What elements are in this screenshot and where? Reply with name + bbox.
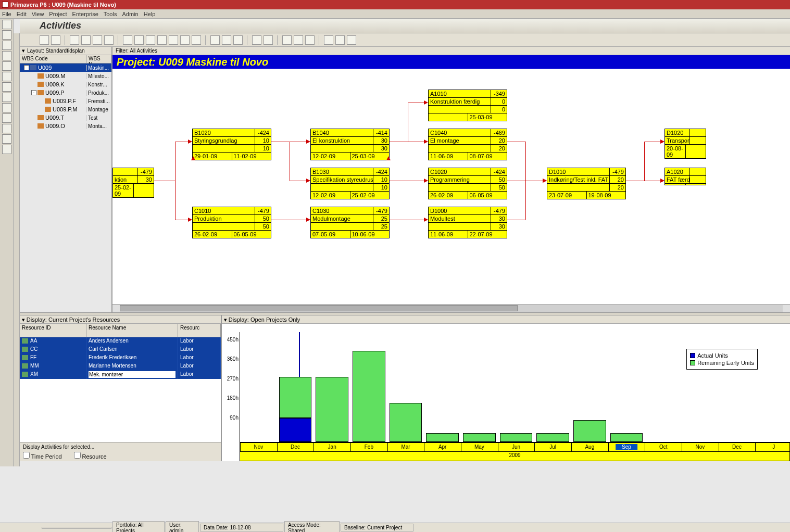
preview-icon[interactable] <box>51 35 60 45</box>
bar-Jan-remaining-early-units <box>316 377 348 442</box>
activity-box[interactable]: B1020-424Styringsgrundlag101029-01-0911-… <box>192 129 271 160</box>
expand-icon[interactable] <box>210 35 220 45</box>
nav-icon-13[interactable] <box>2 145 11 154</box>
wbs-col-code[interactable]: WBS Code <box>20 55 86 63</box>
nav-icon-3[interactable] <box>2 41 11 50</box>
res-col-type[interactable]: Resourc <box>178 324 221 337</box>
activity-box[interactable]: C1010-479Produktion505026-02-0906-05-09 <box>192 207 271 238</box>
menu-project[interactable]: Project <box>49 11 67 17</box>
activity-box[interactable]: C1040-469El montage202011-06-0908-07-09 <box>428 129 507 160</box>
wbs-panel: ▾ Layout: Standardtidsplan WBS Code WBS … <box>20 47 112 312</box>
view-icon-4[interactable] <box>157 35 167 45</box>
status-bar: Portfolio: All Projects User: admin Data… <box>0 523 790 532</box>
resource-row[interactable]: AAAnders AndersenLabor <box>20 337 221 346</box>
title-text: Primavera P6 : U009 (Maskine til Novo) <box>10 0 116 9</box>
res-col-name[interactable]: Resource Name <box>86 324 178 337</box>
activity-box[interactable]: C1020-424Programmering505026-02-0906-05-… <box>428 168 507 199</box>
view-icon-3[interactable] <box>146 35 155 45</box>
resource-usage-chart[interactable]: Actual UnitsRemaining Early Units90h180h… <box>222 324 790 461</box>
wbs-row[interactable]: U009.TTest <box>20 113 111 122</box>
page-title: Activities <box>20 19 790 33</box>
nav-icon-11[interactable] <box>2 124 11 133</box>
zoom-fit-icon[interactable] <box>347 35 356 45</box>
nav-icon-5[interactable] <box>2 61 11 71</box>
activity-box[interactable]: B1030-424Specifikation styreudrustning10… <box>310 168 390 199</box>
activity-box[interactable]: -479ktion3025-02-09 <box>112 168 154 198</box>
menu-file[interactable]: File <box>2 11 11 17</box>
filter-bar[interactable]: Filter: All Activities <box>112 47 790 55</box>
wbs-row[interactable]: -U009.PProduk... <box>20 88 111 97</box>
layout-label: Layout: Standardtidsplan <box>27 48 85 54</box>
resource-row[interactable]: XMLabor <box>20 371 221 379</box>
activity-box[interactable]: B1040-414El konstruktion303012-02-0925-0… <box>310 129 390 160</box>
progress-icon[interactable] <box>305 35 315 45</box>
menu-admin[interactable]: Admin <box>122 11 138 17</box>
wbs-col-name[interactable]: WBS N... <box>86 55 111 63</box>
bar-Mar-remaining-early-units <box>390 403 422 442</box>
wbs-row[interactable]: U009.OMonta... <box>20 122 111 130</box>
resource-display-header[interactable]: ▾ Display: Current Project's Resources <box>20 315 221 324</box>
activity-box[interactable]: D1010-479Indkøring/Test inkl. FAT202023-… <box>547 168 626 199</box>
indent-icon[interactable] <box>233 35 243 45</box>
menu-help[interactable]: Help <box>144 11 156 17</box>
horizontal-scrollbar[interactable] <box>112 304 790 312</box>
resource-list[interactable]: AAAnders AndersenLaborCCCarl CarlsenLabo… <box>20 337 221 442</box>
zoom-in-icon[interactable] <box>324 35 333 45</box>
diagram-canvas[interactable]: -479ktion3025-02-09B1020-424Styringsgrun… <box>112 69 790 304</box>
menu-edit[interactable]: Edit <box>17 11 27 17</box>
activity-box[interactable]: A1010-349Konstruktion færdig0025-03-09 <box>428 90 507 121</box>
view-icon-7[interactable] <box>192 35 201 45</box>
status-blank <box>42 527 111 529</box>
nav-icon-1[interactable] <box>2 20 11 29</box>
activity-box[interactable]: C1030-479Modulmontage252507-05-0910-06-0… <box>310 207 390 238</box>
collapse-icon[interactable] <box>222 35 231 45</box>
wbs-row[interactable]: -U009Maskin... <box>20 64 111 72</box>
view-icon-6[interactable] <box>180 35 190 45</box>
resource-row[interactable]: CCCarl CarlsenLabor <box>20 346 221 354</box>
nav-icon-2[interactable] <box>2 30 11 40</box>
nav-icon-12[interactable] <box>2 134 11 144</box>
view-icon-5[interactable] <box>169 35 178 45</box>
chart-panel: ▾ Display: Open Projects Only Actual Uni… <box>222 315 790 461</box>
activity-box[interactable]: D1000-479Modultest303011-06-0922-07-09 <box>428 207 507 238</box>
menu-tools[interactable]: Tools <box>104 11 117 17</box>
nav-icon-9[interactable] <box>2 103 11 112</box>
wbs-row[interactable]: U009.MMilesto... <box>20 72 111 80</box>
layout-icon-1[interactable] <box>70 35 79 45</box>
layout-icon-2[interactable] <box>81 35 91 45</box>
bar-Dec-remaining-early-units <box>279 377 312 418</box>
wbs-row[interactable]: U009.KKonstr... <box>20 80 111 88</box>
wbs-row[interactable]: U009.P.MMontage <box>20 105 111 113</box>
activity-box[interactable]: A1020FAT færdig <box>664 168 706 185</box>
wbs-layout-header[interactable]: ▾ Layout: Standardtidsplan <box>20 47 111 55</box>
print-icon[interactable] <box>40 35 49 45</box>
time-period-checkbox[interactable]: Time Period <box>23 454 62 460</box>
resource-row[interactable]: MMMarianne MortensenLabor <box>20 362 221 371</box>
view-icon-2[interactable] <box>134 35 144 45</box>
menu-enterprise[interactable]: Enterprise <box>72 11 98 17</box>
res-col-id[interactable]: Resource ID <box>20 324 86 337</box>
activity-box[interactable]: D1020Transport/m20-08-09 <box>664 129 706 159</box>
layout-icon-3[interactable] <box>93 35 102 45</box>
wbs-row[interactable]: U009.P.FFremsti... <box>20 97 111 105</box>
zoom-out-icon[interactable] <box>335 35 345 45</box>
nav-icon-6[interactable] <box>2 72 11 81</box>
layout-icon-4[interactable] <box>104 35 114 45</box>
nav-icon-7[interactable] <box>2 82 11 92</box>
chart-display-header[interactable]: ▾ Display: Open Projects Only <box>222 315 790 324</box>
wbs-tree[interactable]: -U009Maskin...U009.MMilesto...U009.KKons… <box>20 64 111 130</box>
network-diagram-panel: Filter: All Activities Project: U009 Mas… <box>112 47 790 312</box>
schedule-icon[interactable] <box>282 35 292 45</box>
title-bar: Primavera P6 : U009 (Maskine til Novo) <box>0 0 790 9</box>
nav-icon-10[interactable] <box>2 113 11 123</box>
resource-row[interactable]: FFFrederik FrederiksenLabor <box>20 354 221 362</box>
resource-checkbox[interactable]: Resource <box>74 454 107 460</box>
view-icon-1[interactable] <box>123 35 132 45</box>
nav-icon-8[interactable] <box>2 93 11 102</box>
filter-icon[interactable] <box>252 35 261 45</box>
menu-view[interactable]: View <box>32 11 44 17</box>
status-data-date: Data Date: 18-12-08 <box>200 524 283 531</box>
nav-icon-4[interactable] <box>2 51 11 60</box>
group-icon[interactable] <box>264 35 273 45</box>
level-icon[interactable] <box>294 35 303 45</box>
